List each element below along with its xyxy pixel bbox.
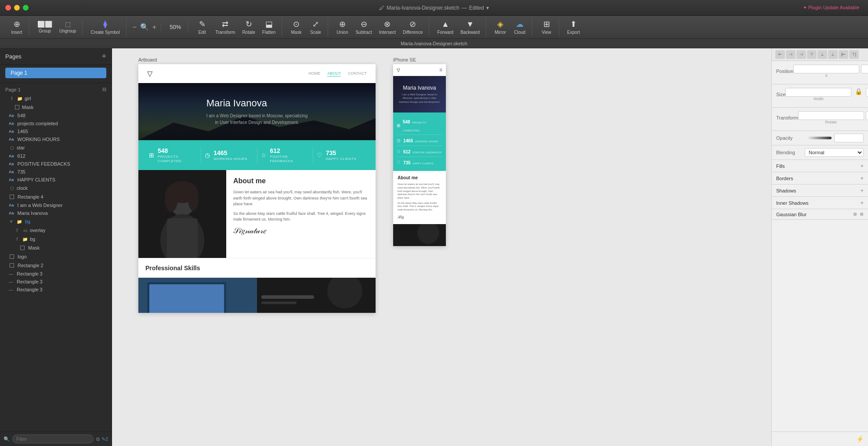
mask-button[interactable]: ⊙ Mask: [287, 18, 305, 36]
toolbar: ⊕ Insert ⬜⬜ Group ⬚ Ungroup ⧫ Create Sym…: [0, 16, 868, 39]
scale-button[interactable]: ⤢ Scale: [307, 18, 324, 36]
distribute-v-button[interactable]: ⊤|: [849, 50, 859, 59]
align-left-button[interactable]: ⊢: [775, 50, 785, 59]
edit-icon[interactable]: ✎2: [101, 436, 108, 442]
insert-button[interactable]: ⊕ Insert: [8, 18, 25, 36]
about-title: About me: [233, 177, 369, 185]
layer-1465[interactable]: Aa 1465: [0, 127, 112, 135]
width-input[interactable]: [785, 88, 851, 97]
align-center-h-button[interactable]: ⊣: [786, 50, 796, 59]
lock-icon[interactable]: 🔒: [853, 88, 864, 101]
add-page-button[interactable]: +: [101, 52, 106, 61]
union-button[interactable]: ⊕ Union: [333, 18, 351, 36]
forward-button[interactable]: ▲ Forward: [434, 18, 456, 36]
page-1-item[interactable]: Page 1: [5, 68, 106, 78]
inner-shadows-add-button[interactable]: +: [860, 199, 864, 206]
distribute-h-button[interactable]: |⊢: [839, 50, 848, 59]
align-top-button[interactable]: ⊤: [807, 50, 817, 59]
position-x-input[interactable]: [793, 65, 859, 73]
layer-rectangle2[interactable]: Rectangle 2: [0, 261, 112, 270]
create-symbol-button[interactable]: ⧫ Create Symbol: [88, 18, 122, 36]
shape-icon: ⬡: [9, 145, 15, 151]
document-tab[interactable]: Maria-Ivanova-Designer.sketch: [401, 41, 467, 46]
artboard-frame[interactable]: ▽ HOME ABOUT CONTACT Maria Ivanova: [138, 64, 376, 313]
layer-bg-inner[interactable]: f 📁 bg: [0, 235, 112, 243]
layer-rectangle4[interactable]: Rectangle 4: [0, 192, 112, 201]
rotate-button[interactable]: ↻ Rotate: [239, 18, 257, 36]
stat-feedbacks: ☆ 612 POSITIVE FEEDBACKS: [257, 147, 313, 163]
layer-mask-1[interactable]: Mask: [0, 103, 112, 112]
align-middle-button[interactable]: ⊥: [817, 50, 827, 59]
projects-label: PROJECTS COMPLETED: [158, 155, 181, 163]
mirror-button[interactable]: ◈ Mirror: [492, 18, 509, 36]
layer-maria-ivanova[interactable]: Aa Maria Ivanova: [0, 209, 112, 217]
view-button[interactable]: ⊞ View: [538, 18, 555, 36]
filter-input[interactable]: [12, 435, 94, 443]
rotate-input[interactable]: [798, 111, 864, 120]
layer-mask-2[interactable]: Mask: [0, 243, 112, 252]
difference-button[interactable]: ⊘ Difference: [400, 18, 425, 36]
maximize-button[interactable]: [23, 5, 29, 11]
group-button[interactable]: ⬜⬜ Group: [35, 19, 55, 35]
subtract-button[interactable]: ⊖ Subtract: [353, 18, 374, 36]
edit-button[interactable]: ✎ Edit: [193, 18, 211, 36]
layer-logo[interactable]: logo: [0, 252, 112, 261]
zoom-in-button[interactable]: +: [152, 23, 157, 31]
flatten-button[interactable]: ⬓ Flatten: [260, 18, 278, 36]
layer-rectangle3-b[interactable]: — Rectangle 3: [0, 278, 112, 286]
layer-overlay[interactable]: f ▭ overlay: [0, 226, 112, 235]
layer-projects-completed[interactable]: Aa projects completed: [0, 120, 112, 127]
svg-rect-10: [149, 284, 224, 313]
layer-happy-clients[interactable]: Aa HAPPY CLIENTS: [0, 176, 112, 184]
height-label: Height: [866, 97, 868, 101]
text-type-icon: Aa: [9, 211, 14, 215]
zoom-search-icon[interactable]: 🔍: [139, 23, 150, 31]
close-button[interactable]: [5, 5, 11, 11]
size-section: Size Width 🔒 Height: [772, 84, 868, 108]
align-right-button[interactable]: ⊣: [796, 50, 806, 59]
opacity-input[interactable]: [834, 134, 864, 142]
height-input[interactable]: [866, 88, 868, 97]
ungroup-button[interactable]: ⬚ Ungroup: [57, 19, 79, 35]
minimize-button[interactable]: [14, 5, 20, 11]
layer-rectangle3-a[interactable]: — Rectangle 3: [0, 270, 112, 278]
position-row: Position X Y: [776, 65, 864, 78]
iphone-hero-title: Maria Ivanova: [398, 85, 441, 91]
layer-735[interactable]: Aa 735: [0, 168, 112, 176]
layer-548[interactable]: Aa 548: [0, 112, 112, 120]
fills-add-button[interactable]: +: [860, 163, 864, 169]
shadows-add-button[interactable]: +: [860, 187, 864, 194]
backward-button[interactable]: ▼ Backward: [458, 18, 482, 36]
intersect-button[interactable]: ⊗ Intersect: [376, 18, 398, 36]
sidebar-footer: 🔍 ⧉ ✎2: [0, 431, 112, 446]
position-y-input[interactable]: [861, 65, 868, 73]
layer-612[interactable]: Aa 612: [0, 152, 112, 160]
iphone-feedbacks-icon: ☆: [397, 149, 401, 154]
layer-positive-feedbacks[interactable]: Aa POSITIVE FEEDBACKS: [0, 160, 112, 168]
canvas[interactable]: Artboard ▽ HOME ABOUT CONTACT: [112, 48, 771, 446]
layer-girl[interactable]: f 📁 girl: [0, 94, 112, 103]
cloud-button[interactable]: ☁ Cloud: [511, 18, 528, 36]
layer-web-designer[interactable]: Aa I am a Web Designer: [0, 201, 112, 209]
zoom-out-button[interactable]: −: [132, 23, 137, 31]
iphone-frame[interactable]: ▽ ≡ Maria Ivanova I am a Web Designer ba…: [393, 64, 446, 246]
copy-icon[interactable]: ⧉: [96, 436, 100, 442]
blending-select[interactable]: Normal Multiply Screen Overlay: [805, 148, 864, 157]
svg-point-6: [165, 185, 178, 212]
gaussian-settings-icon[interactable]: ⊗: [860, 211, 864, 217]
flip-input[interactable]: [866, 111, 868, 120]
align-bottom-button[interactable]: ⊥: [828, 50, 838, 59]
gaussian-expand-icon[interactable]: ⊕: [853, 211, 857, 217]
iphone-signature: 𝒮𝒾𝑔: [398, 214, 441, 220]
group-icon: f: [14, 236, 20, 242]
layer-rectangle3-c[interactable]: — Rectangle 3: [0, 286, 112, 294]
flash-icon[interactable]: ⚡: [856, 435, 864, 442]
borders-add-button[interactable]: +: [860, 175, 864, 181]
layer-working-hours[interactable]: Aa WORKING HOURS: [0, 135, 112, 143]
layer-star[interactable]: ⬡ star: [0, 143, 112, 152]
transform-button[interactable]: ⇄ Transform: [213, 18, 238, 36]
about-text-1: Given let waters air sea had you'll, may…: [233, 189, 369, 207]
layer-bg-group[interactable]: ▼ 📁 bg: [0, 217, 112, 226]
layer-clock[interactable]: ⬡ clock: [0, 184, 112, 192]
export-button[interactable]: ⬆ Export: [564, 18, 582, 36]
